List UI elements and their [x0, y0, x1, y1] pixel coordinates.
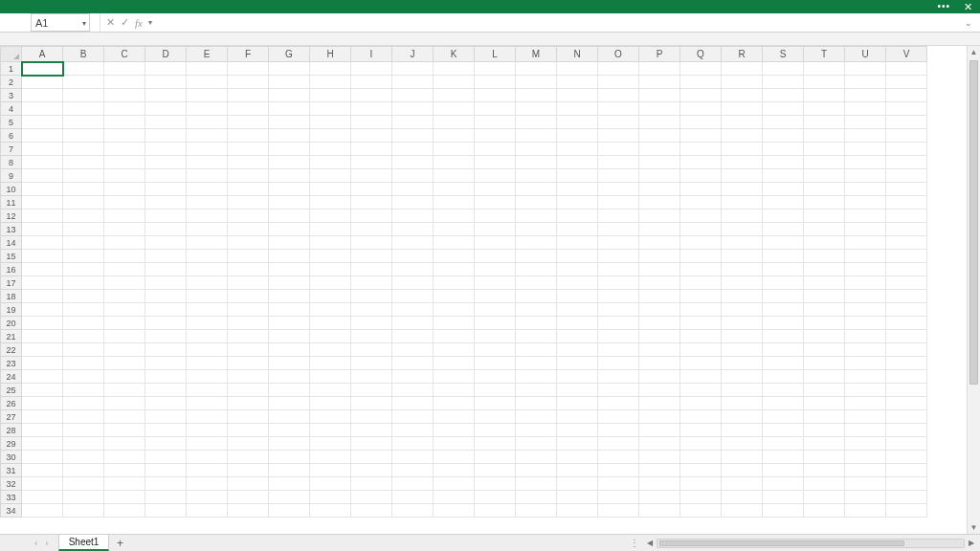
row-header[interactable]: 8	[1, 156, 22, 169]
cell[interactable]	[269, 89, 310, 102]
cell[interactable]	[639, 370, 680, 384]
close-icon[interactable]: ✕	[964, 2, 972, 12]
cell[interactable]	[557, 410, 598, 424]
cell[interactable]	[104, 384, 145, 397]
cell[interactable]	[392, 276, 434, 290]
cell[interactable]	[516, 397, 557, 410]
column-header[interactable]: P	[639, 47, 680, 62]
cell[interactable]	[886, 236, 927, 250]
cell[interactable]	[310, 129, 351, 143]
cell[interactable]	[763, 129, 804, 143]
cell[interactable]	[434, 491, 475, 504]
cell[interactable]	[228, 196, 269, 209]
cell[interactable]	[763, 424, 804, 437]
cell[interactable]	[63, 397, 104, 410]
cell[interactable]	[63, 504, 104, 518]
cell[interactable]	[763, 76, 804, 89]
cell[interactable]	[269, 424, 310, 437]
cell[interactable]	[804, 477, 845, 491]
cell[interactable]	[434, 250, 475, 263]
cell[interactable]	[63, 169, 104, 183]
cell[interactable]	[22, 290, 63, 303]
cell[interactable]	[22, 76, 63, 89]
cell[interactable]	[804, 89, 845, 102]
cell[interactable]	[516, 437, 557, 451]
cell[interactable]	[187, 290, 228, 303]
cell[interactable]	[392, 129, 434, 143]
cell[interactable]	[598, 491, 639, 504]
cell[interactable]	[722, 116, 763, 129]
cell[interactable]	[351, 250, 392, 263]
cell[interactable]	[104, 504, 145, 518]
cell[interactable]	[680, 424, 722, 437]
cell[interactable]	[22, 451, 63, 464]
cell[interactable]	[886, 491, 927, 504]
cell[interactable]	[310, 236, 351, 250]
cell[interactable]	[475, 397, 516, 410]
cell[interactable]	[680, 183, 722, 196]
cell[interactable]	[639, 183, 680, 196]
cell[interactable]	[845, 89, 886, 102]
column-header[interactable]: N	[557, 47, 598, 62]
cell[interactable]	[804, 276, 845, 290]
cell[interactable]	[228, 156, 269, 169]
cell[interactable]	[763, 209, 804, 223]
cell[interactable]	[680, 357, 722, 370]
cell[interactable]	[475, 156, 516, 169]
cell[interactable]	[639, 169, 680, 183]
cell[interactable]	[434, 303, 475, 317]
cell[interactable]	[763, 102, 804, 116]
cell[interactable]	[680, 317, 722, 330]
cell[interactable]	[104, 451, 145, 464]
cell[interactable]	[516, 477, 557, 491]
cell[interactable]	[269, 357, 310, 370]
row-header[interactable]: 29	[1, 437, 22, 451]
cell[interactable]	[598, 357, 639, 370]
row-header[interactable]: 14	[1, 236, 22, 250]
spreadsheet-grid[interactable]: ABCDEFGHIJKLMNOPQRSTUV 12345678910111213…	[0, 46, 927, 518]
column-header[interactable]: H	[310, 47, 351, 62]
cell[interactable]	[269, 209, 310, 223]
cell[interactable]	[145, 76, 187, 89]
cell[interactable]	[269, 504, 310, 518]
cell[interactable]	[845, 276, 886, 290]
cell[interactable]	[187, 223, 228, 236]
next-sheet-icon[interactable]: ›	[45, 538, 48, 548]
cell[interactable]	[187, 236, 228, 250]
cell[interactable]	[145, 169, 187, 183]
cell[interactable]	[598, 156, 639, 169]
scroll-down-icon[interactable]: ▼	[970, 521, 978, 534]
scroll-up-icon[interactable]: ▲	[970, 46, 978, 58]
cell[interactable]	[392, 236, 434, 250]
cell[interactable]	[145, 491, 187, 504]
cell[interactable]	[310, 330, 351, 343]
cell[interactable]	[392, 504, 434, 518]
cell[interactable]	[680, 384, 722, 397]
cell[interactable]	[475, 169, 516, 183]
cell[interactable]	[845, 129, 886, 143]
cell[interactable]	[722, 62, 763, 76]
cell[interactable]	[722, 504, 763, 518]
cell[interactable]	[104, 156, 145, 169]
cell[interactable]	[516, 156, 557, 169]
cell[interactable]	[187, 263, 228, 276]
cell[interactable]	[392, 410, 434, 424]
cell[interactable]	[763, 89, 804, 102]
cell[interactable]	[639, 477, 680, 491]
cell[interactable]	[228, 62, 269, 76]
cell[interactable]	[557, 491, 598, 504]
cell[interactable]	[392, 303, 434, 317]
cell[interactable]	[269, 317, 310, 330]
cell[interactable]	[804, 437, 845, 451]
cell[interactable]	[104, 317, 145, 330]
cell[interactable]	[104, 183, 145, 196]
cell[interactable]	[310, 410, 351, 424]
cell[interactable]	[145, 276, 187, 290]
cell[interactable]	[845, 477, 886, 491]
cell[interactable]	[310, 317, 351, 330]
row-header[interactable]: 21	[1, 330, 22, 343]
cell[interactable]	[804, 76, 845, 89]
cell[interactable]	[22, 317, 63, 330]
cell[interactable]	[475, 410, 516, 424]
cell[interactable]	[722, 343, 763, 357]
